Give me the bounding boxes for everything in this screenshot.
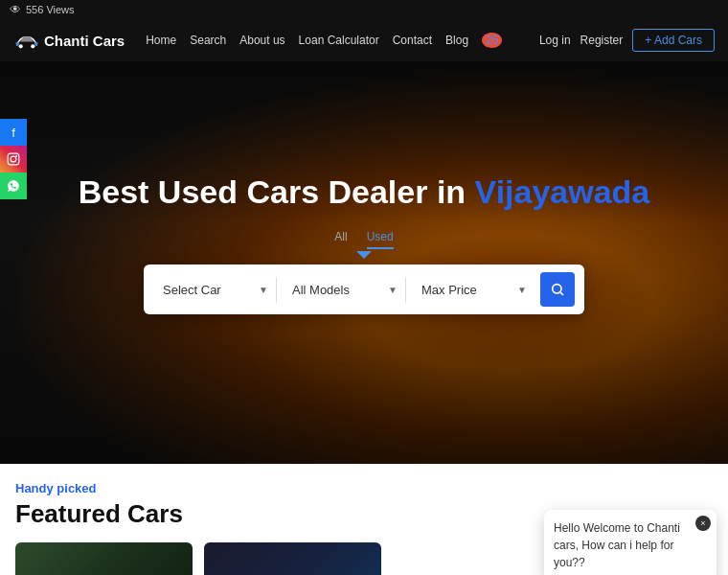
views-text: 556 Views (26, 4, 75, 15)
nav-badge: 25 (482, 33, 502, 48)
select-car[interactable]: Select Car Maruti Suzuki Hyundai Honda T… (153, 277, 276, 303)
nav-actions: Log in Register + Add Cars (539, 29, 715, 52)
tab-arrow (356, 251, 372, 259)
svg-point-5 (553, 285, 561, 293)
hero-title: Best Used Cars Dealer in Vijayawada (38, 172, 690, 212)
hero-content: Best Used Cars Dealer in Vijayawada All … (0, 172, 728, 315)
hero-section: f Best Used Cars Dealer in Vijayawada Al… (0, 61, 728, 464)
nav-loan[interactable]: Loan Calculator (299, 34, 379, 47)
select-car-wrapper: Select Car Maruti Suzuki Hyundai Honda T… (153, 277, 277, 303)
hero-tabs: All Used (38, 230, 690, 249)
search-bar: Select Car Maruti Suzuki Hyundai Honda T… (144, 264, 584, 314)
instagram-icon[interactable] (0, 146, 27, 172)
tab-all[interactable]: All (334, 230, 347, 249)
logo[interactable]: Chanti Cars (13, 30, 125, 51)
chat-close-button[interactable]: × (695, 516, 711, 531)
nav-search[interactable]: Search (190, 34, 226, 47)
eye-icon: 👁 (10, 3, 21, 16)
tab-used[interactable]: Used (367, 230, 394, 249)
nav-blog[interactable]: Blog (445, 34, 468, 47)
below-hero: Handy picked Featured Cars × Hello Welco… (0, 464, 728, 575)
whatsapp-icon[interactable] (0, 172, 27, 199)
select-price-wrapper: Max Price 1 Lakh 5 Lakhs 10 Lakhs ▼ (412, 277, 535, 303)
nav-contact[interactable]: Contact (393, 34, 432, 47)
navbar: Chanti Cars Home Search About us Loan Ca… (0, 19, 728, 61)
logo-text: Chanti Cars (44, 33, 125, 49)
search-button[interactable] (540, 272, 575, 307)
top-bar: 👁 556 Views (0, 0, 728, 19)
nav-links: Home Search About us Loan Calculator Con… (146, 33, 539, 48)
svg-point-0 (19, 44, 23, 48)
hero-title-highlight: Vijayawada (475, 173, 650, 210)
chat-widget: × Hello Welcome to Chanti cars, How can … (544, 510, 717, 575)
car-card-1[interactable] (15, 542, 193, 575)
svg-point-1 (31, 44, 34, 48)
svg-point-4 (15, 155, 17, 157)
search-icon (550, 282, 565, 297)
nav-home[interactable]: Home (146, 34, 176, 47)
nav-about[interactable]: About us (239, 34, 284, 47)
facebook-icon[interactable]: f (0, 119, 27, 146)
hero-title-part1: Best Used Cars Dealer in (79, 173, 475, 210)
select-model[interactable]: All Models Swift i20 City (283, 277, 405, 303)
car-card-2[interactable] (204, 542, 381, 575)
select-model-wrapper: All Models Swift i20 City ▼ (283, 277, 406, 303)
social-icons: f (0, 119, 27, 199)
svg-rect-2 (8, 153, 19, 165)
add-cars-button[interactable]: + Add Cars (632, 29, 715, 52)
nav-register[interactable]: Register (580, 34, 624, 47)
svg-point-3 (11, 156, 16, 162)
nav-login[interactable]: Log in (539, 34, 571, 47)
section-label: Handy picked (15, 481, 713, 495)
chat-message: Hello Welcome to Chanti cars, How can i … (554, 519, 707, 571)
select-price[interactable]: Max Price 1 Lakh 5 Lakhs 10 Lakhs (412, 277, 535, 303)
